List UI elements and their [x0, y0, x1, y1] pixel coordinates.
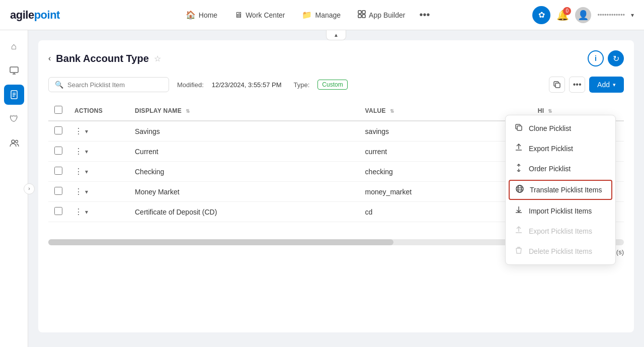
nav-appbuilder-label: App Builder — [369, 11, 405, 19]
type-label: Type: — [294, 81, 310, 89]
select-all-checkbox[interactable] — [54, 106, 62, 114]
add-button[interactable]: Add ▾ — [589, 77, 624, 93]
left-sidebar: ⌂ 🛡 › — [0, 30, 28, 347]
notification-badge: 0 — [563, 7, 571, 15]
row-actions-cell-4: ⋮ ▾ — [68, 202, 129, 222]
export_items-label: Export Picklist Items — [529, 227, 592, 235]
apps-icon[interactable]: ✿ — [532, 6, 550, 24]
translate-label: Translate Picklist Items — [530, 186, 602, 194]
back-button[interactable]: ‹ — [48, 54, 51, 63]
nav-more-button[interactable]: ••• — [415, 7, 434, 23]
grid-icon — [358, 10, 366, 20]
delete-icon — [514, 246, 524, 256]
favorite-star-icon[interactable]: ☆ — [154, 54, 161, 63]
nav-items: 🏠 Home 🖥 Work Center 📁 Manage App Builde… — [80, 6, 532, 24]
row-checkbox-cell-1 — [48, 142, 68, 162]
svg-point-11 — [12, 140, 15, 143]
select-all-column — [48, 101, 68, 121]
row-actions-cell-1: ⋮ ▾ — [68, 142, 129, 162]
sidebar-item-security[interactable]: 🛡 — [4, 109, 24, 129]
row-actions-cell-0: ⋮ ▾ — [68, 121, 129, 142]
menu-item-clone[interactable]: Clone Picklist — [506, 118, 615, 138]
row-expand-button-4[interactable]: ▾ — [85, 209, 88, 216]
toolbar: 🔍 Modified: 12/23/2024, 3:55:57 PM Type:… — [48, 77, 624, 93]
main-layout: ⌂ 🛡 › — [0, 30, 644, 347]
sidebar-item-home[interactable]: ⌂ — [4, 36, 24, 56]
svg-rect-14 — [517, 126, 522, 130]
delete-label: Delete Picklist Items — [529, 247, 592, 255]
row-display-name-1: Current — [129, 142, 359, 162]
search-box[interactable]: 🔍 — [48, 77, 169, 92]
copy-button[interactable] — [549, 77, 565, 93]
row-checkbox-0[interactable] — [54, 126, 62, 134]
sidebar-item-users[interactable] — [4, 133, 24, 153]
translate-icon — [515, 185, 525, 195]
avatar-icon: 👤 — [578, 10, 589, 21]
dropdown-menu: Clone Picklist Export Picklist Order Pic… — [505, 115, 616, 265]
order-label: Order Picklist — [529, 165, 571, 173]
row-expand-button-1[interactable]: ▾ — [85, 148, 88, 155]
row-more-button-4[interactable]: ⋮ — [74, 207, 83, 217]
row-expand-button-3[interactable]: ▾ — [85, 188, 88, 195]
row-checkbox-4[interactable] — [54, 207, 62, 215]
row-actions-cell-2: ⋮ ▾ — [68, 162, 129, 182]
collapse-bar[interactable]: ▲ — [326, 30, 346, 40]
menu-item-translate[interactable]: Translate Picklist Items — [509, 180, 612, 200]
nav-appbuilder[interactable]: App Builder — [351, 6, 412, 24]
order-icon — [514, 164, 524, 174]
svg-rect-3 — [362, 15, 365, 18]
row-checkbox-1[interactable] — [54, 147, 62, 155]
svg-point-12 — [15, 141, 18, 143]
sidebar-item-document[interactable] — [4, 85, 24, 105]
menu-item-order[interactable]: Order Picklist — [506, 159, 615, 179]
display-name-sort-icon[interactable]: ⇅ — [186, 108, 190, 114]
info-button[interactable]: i — [588, 50, 604, 66]
svg-rect-1 — [362, 11, 365, 14]
display-name-column-header: DISPLAY NAME ⇅ — [129, 101, 359, 121]
user-menu-chevron[interactable]: ▾ — [631, 12, 634, 19]
nav-workcenter[interactable]: 🖥 Work Center — [227, 7, 292, 24]
hidden-sort-icon[interactable]: ⇅ — [548, 108, 552, 114]
nav-home[interactable]: 🏠 Home — [179, 6, 224, 24]
notification-bell[interactable]: 🔔 0 — [556, 9, 569, 21]
sidebar-expand-button[interactable]: › — [24, 183, 35, 194]
menu-item-export_items: Export Picklist Items — [506, 221, 615, 241]
app-logo[interactable]: agilepoint — [10, 9, 60, 22]
row-display-name-0: Savings — [129, 121, 359, 142]
nav-manage-label: Manage — [315, 11, 341, 19]
nav-home-label: Home — [199, 11, 217, 19]
sidebar-item-monitor[interactable] — [4, 60, 24, 81]
nav-manage[interactable]: 📁 Manage — [295, 6, 348, 24]
svg-rect-13 — [555, 83, 560, 88]
user-avatar[interactable]: 👤 — [575, 7, 591, 23]
row-display-name-4: Certificate of Deposit (CD) — [129, 202, 359, 222]
modified-value: 12/23/2024, 3:55:57 PM — [212, 81, 282, 89]
row-expand-button-0[interactable]: ▾ — [85, 128, 88, 135]
page-actions: i ↻ — [588, 50, 624, 66]
value-sort-icon[interactable]: ⇅ — [390, 108, 394, 114]
page-header: ‹ Bank Account Type ☆ i ↻ — [48, 50, 624, 66]
type-badge: Custom — [317, 80, 347, 90]
row-expand-button-2[interactable]: ▾ — [85, 168, 88, 175]
row-checkbox-cell-3 — [48, 182, 68, 202]
row-more-button-1[interactable]: ⋮ — [74, 147, 83, 156]
menu-item-import[interactable]: Import Picklist Items — [506, 201, 615, 221]
home-icon: 🏠 — [186, 10, 196, 20]
row-checkbox-2[interactable] — [54, 167, 62, 175]
row-more-button-3[interactable]: ⋮ — [74, 187, 83, 196]
row-checkbox-3[interactable] — [54, 187, 62, 195]
search-input[interactable] — [67, 81, 163, 89]
svg-point-15 — [516, 185, 523, 192]
search-icon: 🔍 — [55, 81, 63, 89]
menu-item-export[interactable]: Export Picklist — [506, 138, 615, 159]
logo-text: agilepoint — [10, 9, 60, 22]
more-options-button[interactable]: ••• — [569, 77, 585, 93]
row-more-button-2[interactable]: ⋮ — [74, 167, 83, 176]
export-label: Export Picklist — [529, 145, 573, 153]
row-checkbox-cell-0 — [48, 121, 68, 142]
row-more-button-0[interactable]: ⋮ — [74, 126, 83, 136]
username-display: •••••••••••• — [597, 11, 625, 19]
scroll-thumb[interactable] — [48, 239, 393, 245]
add-chevron-icon: ▾ — [613, 82, 616, 88]
refresh-button[interactable]: ↻ — [608, 50, 624, 66]
